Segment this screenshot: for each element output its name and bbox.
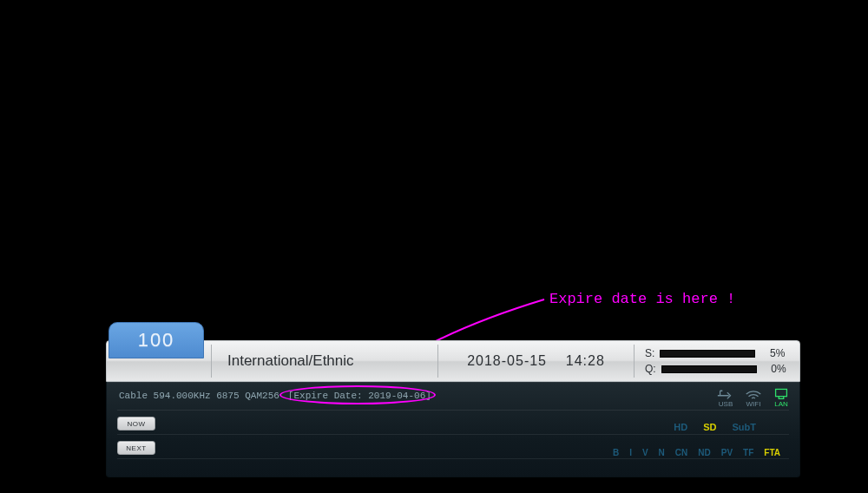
flag-cn: CN bbox=[675, 448, 687, 457]
signal-s-percent: 5% bbox=[760, 347, 785, 359]
channel-info-bar: 100 International/Ethnic 2018-05-15 14:2… bbox=[106, 340, 800, 477]
next-button[interactable]: NEXT bbox=[117, 441, 155, 455]
format-hd: HD bbox=[674, 422, 687, 432]
signal-q-label: Q: bbox=[645, 363, 656, 375]
flag-n: N bbox=[659, 448, 665, 457]
tuning-params: Cable 594.000KHz 6875 QAM256 bbox=[119, 391, 279, 401]
signal-quality-meter: S: 5% Q: 0% bbox=[635, 341, 799, 381]
usb-icon: USB bbox=[716, 387, 735, 408]
wifi-icon: WIFI bbox=[744, 387, 763, 408]
expire-date-label: [Expire Date: 2019-04-06] bbox=[288, 391, 431, 401]
info-top-bar: 100 International/Ethnic 2018-05-15 14:2… bbox=[106, 340, 800, 382]
now-button[interactable]: NOW bbox=[117, 417, 155, 431]
flag-v: V bbox=[642, 448, 648, 457]
info-detail-panel: Cable 594.000KHz 6875 QAM256 [Expire Dat… bbox=[106, 382, 800, 477]
signal-q-percent: 0% bbox=[762, 363, 786, 375]
date-time: 2018-05-15 14:28 bbox=[438, 341, 634, 381]
flag-i: I bbox=[629, 448, 632, 457]
channel-number-tab[interactable]: 100 bbox=[108, 322, 204, 358]
format-subt: SubT bbox=[733, 422, 757, 432]
signal-s-bar bbox=[660, 350, 755, 358]
flag-nd: ND bbox=[698, 448, 710, 457]
svg-rect-0 bbox=[776, 389, 787, 396]
flag-fta: FTA bbox=[764, 448, 780, 457]
signal-q-bar bbox=[661, 365, 757, 373]
video-format-row: HD SD SubT bbox=[674, 422, 756, 432]
lan-icon: LAN bbox=[772, 387, 791, 408]
flag-pv: PV bbox=[721, 448, 733, 457]
signal-s-label: S: bbox=[645, 347, 654, 359]
flag-b: B bbox=[613, 448, 619, 457]
format-sd: SD bbox=[703, 422, 716, 432]
tuning-info: Cable 594.000KHz 6875 QAM256 [Expire Dat… bbox=[119, 391, 435, 401]
annotation-text: Expire date is here ! bbox=[549, 291, 735, 307]
program-name: International/Ethnic bbox=[212, 341, 437, 381]
flag-tf: TF bbox=[743, 448, 753, 457]
property-flag-row: B I V N CN ND PV TF FTA bbox=[613, 448, 780, 457]
connection-icons: USB WIFI LAN bbox=[716, 387, 791, 408]
